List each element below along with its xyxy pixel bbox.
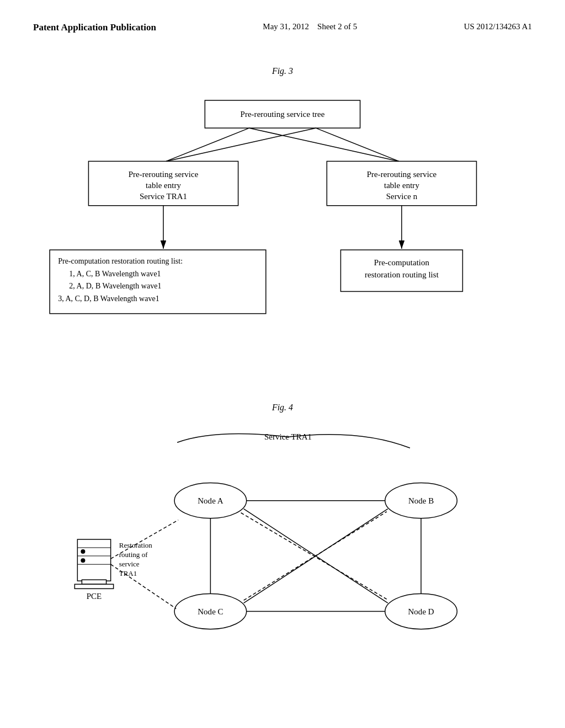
dashed-c-b bbox=[244, 512, 387, 601]
header-center: May 31, 2012 Sheet 2 of 5 bbox=[263, 22, 357, 31]
line-root-right bbox=[316, 128, 399, 161]
fig3-svg: Pre-rerouting service tree Pre-rerouting… bbox=[33, 82, 532, 385]
dashed-a-d bbox=[241, 513, 387, 599]
pce-icon-stand bbox=[82, 580, 106, 584]
header-sheet: Sheet 2 of 5 bbox=[317, 22, 357, 31]
header-date: May 31, 2012 bbox=[263, 22, 309, 31]
left-leaf-title: Pre-computation restoration routing list… bbox=[58, 256, 183, 265]
fig3-label: Fig. 3 bbox=[33, 66, 532, 76]
left-leaf-line2: 2, A, D, B Wavelength wave1 bbox=[69, 281, 161, 290]
restoration-label-line2: routing of bbox=[119, 550, 148, 559]
right-leaf-line2: restoration routing list bbox=[365, 270, 439, 279]
fig4-svg: Service TRA1 Node A Node B Node C Node D bbox=[33, 418, 532, 666]
service-label: Service TRA1 bbox=[264, 432, 312, 441]
right-leaf-line1: Pre-computation bbox=[374, 258, 430, 267]
root-box-label: Pre-rerouting service tree bbox=[241, 110, 325, 119]
restoration-label-line3: service bbox=[119, 560, 140, 568]
page-header: Patent Application Publication May 31, 2… bbox=[33, 22, 532, 33]
left-child-line2: table entry bbox=[146, 181, 181, 190]
fig3-diagram: Fig. 3 Pre-rerouting service tree Pre-re… bbox=[33, 66, 532, 381]
header-left: Patent Application Publication bbox=[33, 22, 156, 33]
node-a-label: Node A bbox=[198, 496, 223, 505]
pce-icon-base bbox=[74, 584, 113, 588]
pce-icon-dot2 bbox=[81, 558, 85, 563]
line-root-cross1 bbox=[249, 128, 399, 161]
fig4-diagram: Fig. 4 Service TRA1 Node A Node B Node C bbox=[33, 403, 532, 651]
right-child-line2: table entry bbox=[384, 181, 419, 190]
left-child-line3: Service TRA1 bbox=[140, 192, 187, 201]
node-c-label: Node C bbox=[198, 607, 223, 616]
line-root-left bbox=[166, 128, 249, 161]
left-child-line1: Pre-rerouting service bbox=[129, 170, 199, 179]
pce-label: PCE bbox=[87, 592, 102, 601]
left-leaf-line3: 3, A, C, D, B Wavelength wave1 bbox=[58, 294, 159, 303]
pce-icon-dot1 bbox=[81, 549, 85, 554]
node-d-label: Node D bbox=[408, 607, 434, 616]
restoration-label-line1: Restoration bbox=[119, 541, 153, 549]
header-right: US 2012/134263 A1 bbox=[464, 22, 532, 31]
left-leaf-line1: 1, A, C, B Wavelength wave1 bbox=[69, 269, 161, 278]
fig4-label: Fig. 4 bbox=[33, 403, 532, 413]
line-root-cross2 bbox=[166, 128, 316, 161]
node-b-label: Node B bbox=[408, 496, 434, 505]
right-child-line3: Service n bbox=[386, 192, 418, 201]
right-child-line1: Pre-rerouting service bbox=[367, 170, 437, 179]
restoration-label-line4: TRA1 bbox=[119, 569, 137, 577]
